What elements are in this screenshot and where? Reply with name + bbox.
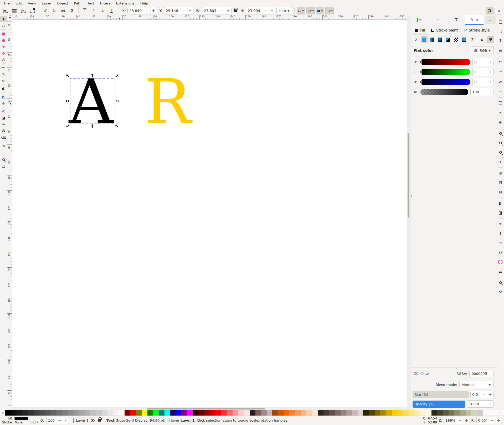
- xml-editor-button[interactable]: ⟨⟩: [497, 248, 504, 257]
- palette-swatch[interactable]: [352, 410, 358, 416]
- palette-swatch[interactable]: [346, 410, 352, 416]
- pen-tool[interactable]: ✒: [0, 64, 7, 71]
- slider-handle[interactable]: [421, 79, 422, 85]
- palette-swatch[interactable]: [147, 410, 153, 416]
- palette-swatch[interactable]: [443, 410, 449, 416]
- palette-swatch[interactable]: [431, 410, 437, 416]
- horizontal-scrollbar[interactable]: [12, 407, 407, 410]
- palette-swatch[interactable]: [449, 410, 454, 416]
- v-ruler[interactable]: 0102030405060708090100110120130140150160…: [7, 20, 12, 407]
- rectangle-tool[interactable]: ■: [0, 30, 7, 37]
- copy-button[interactable]: ❐: [497, 99, 504, 108]
- alpha-spinbox[interactable]: 100 − +: [470, 88, 493, 96]
- palette-swatch[interactable]: [28, 410, 34, 416]
- paint-none-button[interactable]: ×: [413, 37, 419, 43]
- palette-swatch[interactable]: [5, 410, 11, 416]
- palette-swatch[interactable]: [17, 410, 22, 416]
- paint-pattern-button[interactable]: [453, 37, 459, 43]
- palette-swatch[interactable]: [466, 410, 471, 416]
- palette-swatch[interactable]: [380, 410, 386, 416]
- menu-path[interactable]: Path: [71, 1, 84, 6]
- red-increment[interactable]: +: [487, 58, 493, 66]
- palette-swatch[interactable]: [233, 410, 238, 416]
- blend-mode-dropdown[interactable]: Normal ▾: [459, 381, 493, 388]
- palette-swatch[interactable]: [215, 410, 221, 416]
- spiral-tool[interactable]: ✇: [0, 56, 7, 63]
- green-spinbox[interactable]: 0 − +: [472, 68, 493, 76]
- selection-handle-ne[interactable]: ↔: [114, 72, 120, 79]
- duplicate-button[interactable]: ⊞: [497, 168, 504, 178]
- paint-flat-button[interactable]: [421, 37, 427, 43]
- zoom-drawing-button[interactable]: [497, 138, 504, 148]
- select-all-layers-button[interactable]: [11, 7, 18, 14]
- palette-swatch[interactable]: [90, 410, 96, 416]
- find-button[interactable]: [497, 278, 504, 287]
- menu-help[interactable]: Help: [138, 1, 151, 6]
- horizontal-scrollbar-thumb[interactable]: [147, 408, 265, 410]
- print-button[interactable]: ▤: [497, 46, 504, 55]
- width-increment[interactable]: +: [225, 7, 231, 14]
- select-all-button[interactable]: [2, 7, 9, 14]
- tab-stroke-paint[interactable]: Stroke paint: [429, 27, 460, 34]
- palette-swatch[interactable]: [125, 410, 130, 416]
- object-opacity-decrement[interactable]: −: [56, 417, 63, 424]
- select-same-button[interactable]: [28, 7, 36, 14]
- blur-slider[interactable]: Blur (%): [413, 391, 469, 398]
- palette-swatch[interactable]: [153, 410, 159, 416]
- fill-rule-nonzero-button[interactable]: ♥: [487, 37, 494, 43]
- layer-indicator[interactable]: Layer 1: [73, 418, 102, 423]
- palette-swatch[interactable]: [221, 410, 227, 416]
- text-dialog-button[interactable]: T: [497, 229, 504, 238]
- layer-name[interactable]: Layer 1: [76, 418, 89, 422]
- palette-none-swatch[interactable]: ✕: [0, 410, 5, 416]
- dropper-tool[interactable]: ✐: [0, 108, 7, 114]
- tab-align-dialog[interactable]: ≡: [429, 15, 447, 25]
- palette-swatch[interactable]: [375, 410, 380, 416]
- palette-swatch[interactable]: [341, 410, 346, 416]
- palette-swatch[interactable]: [238, 410, 244, 416]
- palette-swatch[interactable]: [261, 410, 267, 416]
- cms-wheel-icon[interactable]: [414, 372, 418, 375]
- paint-linear-gradient-button[interactable]: [429, 37, 435, 43]
- stroke-value[interactable]: None: [14, 421, 28, 424]
- rotate-cw-button[interactable]: ↻: [50, 7, 58, 14]
- scale-corners-toggle[interactable]: →: [306, 7, 315, 14]
- palette-swatch[interactable]: [295, 410, 301, 416]
- ruler-corner[interactable]: [7, 15, 12, 20]
- green-slider[interactable]: [420, 69, 470, 75]
- palette-swatch[interactable]: [170, 410, 176, 416]
- palette-swatch[interactable]: [96, 410, 102, 416]
- tab-text-dialog[interactable]: T: [447, 15, 465, 25]
- palette-swatch[interactable]: [119, 410, 125, 416]
- dock-resize-grip[interactable]: ⋮: [410, 194, 413, 199]
- y-increment[interactable]: +: [187, 7, 193, 14]
- palette-swatch[interactable]: [45, 410, 51, 416]
- menu-file[interactable]: File: [2, 1, 12, 6]
- rotation-decrement[interactable]: −: [489, 417, 495, 424]
- vertical-scrollbar[interactable]: [407, 15, 410, 410]
- menu-filters[interactable]: Filters: [97, 1, 112, 6]
- menu-text[interactable]: Text: [85, 1, 96, 6]
- zoom-decrement[interactable]: −: [457, 417, 463, 424]
- tab-layers-dialog[interactable]: ≡: [410, 15, 429, 25]
- palette-swatch[interactable]: [11, 410, 17, 416]
- palette-swatch[interactable]: [409, 410, 414, 416]
- scale-gradients-toggle[interactable]: →: [316, 7, 324, 14]
- close-icon[interactable]: ×: [475, 18, 479, 22]
- text-tool[interactable]: A: [0, 85, 7, 92]
- selection-handle-w[interactable]: ↔: [65, 99, 70, 103]
- calligraphy-tool[interactable]: ✑: [0, 77, 7, 84]
- box-3d-tool[interactable]: ❖: [0, 50, 7, 56]
- pick-color-eyedropper[interactable]: [426, 371, 430, 376]
- unit-dropdown[interactable]: mm ▾: [276, 7, 292, 14]
- palette-swatch[interactable]: [68, 410, 74, 416]
- layers-dialog-button[interactable]: ☰: [497, 267, 504, 276]
- menu-object[interactable]: Object: [55, 1, 70, 6]
- blur-increment[interactable]: +: [487, 391, 493, 398]
- palette-swatch[interactable]: [74, 410, 79, 416]
- object-opacity-increment[interactable]: +: [63, 417, 69, 424]
- import-button[interactable]: ⇤: [497, 57, 504, 66]
- blue-slider[interactable]: [420, 79, 470, 85]
- preferences-button[interactable]: ⚒: [497, 287, 504, 297]
- flip-horizontal-button[interactable]: ⋈: [59, 7, 67, 14]
